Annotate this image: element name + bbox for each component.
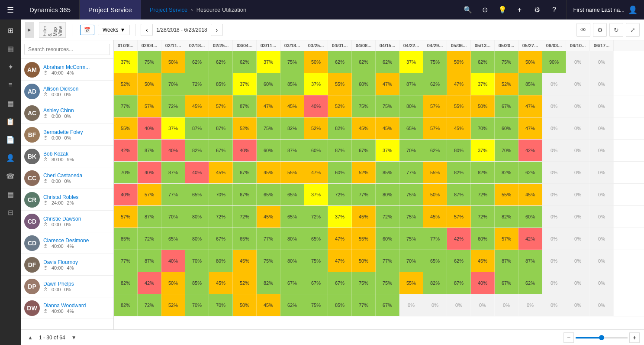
data-cell[interactable]: 0%: [590, 294, 614, 316]
data-cell[interactable]: 50%: [138, 73, 161, 95]
data-cell[interactable]: 65%: [280, 184, 304, 205]
data-cell[interactable]: 77%: [257, 228, 280, 250]
data-cell[interactable]: 45%: [257, 206, 280, 228]
resource-row[interactable]: ADAllison Dickson⏱0:000%: [21, 81, 113, 102]
data-cell[interactable]: 55%: [280, 162, 304, 183]
data-cell[interactable]: 50%: [233, 294, 257, 316]
data-cell[interactable]: 50%: [161, 51, 185, 73]
data-cell[interactable]: 0%: [590, 73, 614, 95]
data-cell[interactable]: 45%: [352, 206, 376, 228]
data-cell[interactable]: 0%: [542, 140, 566, 161]
data-cell[interactable]: 67%: [495, 272, 518, 294]
dynamics365-link[interactable]: Dynamics 365: [21, 0, 80, 20]
sidebar-item-list[interactable]: ≡: [1, 76, 20, 94]
data-cell[interactable]: 70%: [114, 162, 138, 183]
filter-toggle-btn[interactable]: ▶: [25, 22, 34, 38]
filter-map-view-btn[interactable]: Filter & Map View: [39, 22, 66, 38]
data-cell[interactable]: 62%: [423, 73, 447, 95]
data-cell[interactable]: 87%: [399, 73, 423, 95]
data-cell[interactable]: 70%: [185, 294, 209, 316]
data-cell[interactable]: 60%: [328, 162, 352, 183]
data-cell[interactable]: 0%: [590, 228, 614, 250]
view-toggle-btn[interactable]: 👁: [576, 23, 590, 37]
data-cell[interactable]: 77%: [376, 250, 399, 272]
data-cell[interactable]: 0%: [566, 250, 590, 272]
data-cell[interactable]: 45%: [185, 95, 209, 117]
data-cell[interactable]: 75%: [138, 51, 161, 73]
data-cell[interactable]: 75%: [257, 250, 280, 272]
data-cell[interactable]: 42%: [138, 272, 161, 294]
data-cell[interactable]: 80%: [447, 140, 471, 161]
data-cell[interactable]: 40%: [471, 272, 495, 294]
data-cell[interactable]: 62%: [518, 272, 542, 294]
data-cell[interactable]: 0%: [566, 73, 590, 95]
resource-name[interactable]: Dawn Phelps: [43, 281, 110, 287]
resource-row[interactable]: AMAbraham McCorm...⏱40:004%: [21, 59, 113, 81]
data-cell[interactable]: 0%: [566, 228, 590, 250]
data-cell[interactable]: 85%: [328, 294, 352, 316]
project-service-link[interactable]: Project Service: [80, 0, 141, 20]
data-cell[interactable]: 0%: [590, 140, 614, 161]
sidebar-item-dashboard[interactable]: ▦: [1, 40, 20, 57]
data-cell[interactable]: 47%: [304, 162, 328, 183]
data-cell[interactable]: 72%: [209, 206, 233, 228]
resource-name[interactable]: Davis Flournoy: [43, 259, 110, 265]
data-cell[interactable]: 62%: [328, 51, 352, 73]
data-cell[interactable]: 70%: [209, 184, 233, 205]
data-cell[interactable]: 60%: [257, 73, 280, 95]
data-cell[interactable]: 75%: [352, 95, 376, 117]
data-cell[interactable]: 37%: [257, 51, 280, 73]
data-cell[interactable]: 60%: [518, 206, 542, 228]
data-cell[interactable]: 85%: [114, 228, 138, 250]
data-cell[interactable]: 50%: [447, 51, 471, 73]
settings-icon[interactable]: ⚙: [529, 0, 545, 20]
data-cell[interactable]: 40%: [138, 117, 161, 139]
data-cell[interactable]: 82%: [114, 272, 138, 294]
data-cell[interactable]: 62%: [280, 294, 304, 316]
data-cell[interactable]: 47%: [328, 228, 352, 250]
data-cell[interactable]: 52%: [495, 73, 518, 95]
data-cell[interactable]: 72%: [328, 184, 352, 205]
data-cell[interactable]: 77%: [114, 95, 138, 117]
next-page-btn[interactable]: ▼: [69, 332, 79, 343]
data-cell[interactable]: 80%: [376, 184, 399, 205]
data-cell[interactable]: 37%: [471, 73, 495, 95]
breadcrumb-item1[interactable]: Project Service: [150, 7, 187, 13]
data-cell[interactable]: 57%: [447, 206, 471, 228]
data-cell[interactable]: 50%: [518, 51, 542, 73]
data-cell[interactable]: 37%: [233, 73, 257, 95]
data-cell[interactable]: 60%: [257, 140, 280, 161]
data-cell[interactable]: 70%: [399, 140, 423, 161]
resource-name[interactable]: Ashley Chinn: [43, 107, 110, 114]
data-cell[interactable]: 0%: [542, 206, 566, 228]
data-cell[interactable]: 40%: [161, 140, 185, 161]
data-cell[interactable]: 0%: [566, 206, 590, 228]
data-cell[interactable]: 0%: [566, 184, 590, 205]
data-cell[interactable]: 50%: [304, 51, 328, 73]
data-cell[interactable]: 37%: [376, 140, 399, 161]
data-cell[interactable]: 87%: [495, 250, 518, 272]
data-cell[interactable]: 70%: [495, 140, 518, 161]
data-cell[interactable]: 80%: [280, 228, 304, 250]
data-cell[interactable]: 0%: [566, 117, 590, 139]
data-cell[interactable]: 87%: [447, 184, 471, 205]
refresh-icon[interactable]: ⊙: [477, 0, 493, 20]
data-cell[interactable]: 75%: [495, 51, 518, 73]
data-cell[interactable]: 45%: [209, 162, 233, 183]
data-cell[interactable]: 47%: [257, 95, 280, 117]
data-cell[interactable]: 85%: [209, 73, 233, 95]
sidebar-item-reports[interactable]: 📋: [1, 113, 20, 130]
data-cell[interactable]: 67%: [304, 272, 328, 294]
data-cell[interactable]: 55%: [352, 228, 376, 250]
resource-name[interactable]: Christie Dawson: [43, 216, 110, 222]
search-input[interactable]: [24, 44, 110, 55]
data-cell[interactable]: 52%: [304, 117, 328, 139]
data-cell[interactable]: 75%: [399, 184, 423, 205]
data-cell[interactable]: 67%: [209, 140, 233, 161]
zoom-out-btn[interactable]: −: [564, 332, 574, 343]
resource-row[interactable]: DWDianna Woodward⏱40:004%: [21, 297, 113, 319]
data-cell[interactable]: 45%: [257, 294, 280, 316]
data-cell[interactable]: 82%: [328, 117, 352, 139]
data-cell[interactable]: 57%: [138, 184, 161, 205]
data-cell[interactable]: 80%: [185, 206, 209, 228]
